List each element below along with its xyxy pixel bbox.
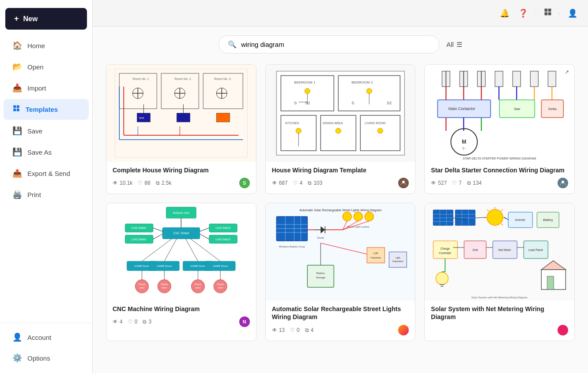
svg-text:Transistor: Transistor	[370, 256, 381, 259]
template-title-1: Complete House Wiring Diagram	[113, 166, 250, 174]
sidebar-item-import[interactable]: 📥 Import	[4, 78, 89, 98]
save-icon: 💾	[12, 126, 22, 136]
svg-text:Solar System with Net Metering: Solar System with Net Metering Wiring Di…	[471, 296, 528, 299]
filter-button[interactable]: All ☰	[446, 41, 462, 49]
template-card-3[interactable]: Main Contactor Star Delta M 3~	[424, 64, 575, 194]
apps-grid-icon[interactable]	[542, 6, 554, 20]
notification-icon[interactable]: 🔔	[498, 7, 511, 20]
sidebar-item-options[interactable]: ⚙️ Options	[4, 348, 89, 368]
template-title-6: Solar System with Net Metering Wiring Di…	[431, 305, 568, 321]
filter-icon: ☰	[456, 41, 462, 49]
template-card-6[interactable]: Inverter Battery Charge Controller Grid …	[424, 203, 575, 341]
template-title-2: House Wiring Diagram Template	[272, 166, 409, 174]
main-area: 🔔 ❓ · · 👤 🔍 All ☰	[93, 0, 588, 373]
sidebar-item-templates[interactable]: Templates	[4, 99, 89, 120]
svg-rect-31	[177, 113, 190, 122]
svg-rect-2	[13, 109, 16, 111]
template-info-4: CNC Machine Wiring Diagram 👁 4 ♡ 0 ⧉ 3 N	[106, 301, 256, 332]
template-thumb-2: BEDROOM 1 BEDROOM 2 KITCHEN DINING AREA …	[266, 65, 415, 162]
template-info-3: Star Delta Starter Connection Wiring Dia…	[425, 162, 574, 194]
template-thumb-5: Automatic Solar Rechargeable Street Ligh…	[266, 203, 415, 301]
svg-text:3~: 3~	[463, 147, 466, 150]
svg-point-135	[191, 280, 204, 293]
new-label: New	[23, 15, 38, 23]
user-avatar-icon[interactable]: 👤	[566, 7, 579, 20]
new-button[interactable]: + New	[5, 8, 87, 30]
sidebar-item-home[interactable]: 🏠 Home	[4, 35, 89, 56]
svg-text:Automatic Solar Rechargeable S: Automatic Solar Rechargeable Street Ligh…	[299, 209, 382, 212]
sidebar-item-print-label: Print	[27, 191, 41, 198]
sidebar-item-import-label: Import	[27, 84, 46, 92]
template-thumb-4: Arduino Uno CNC Shield Limit Switch Limi…	[106, 203, 256, 301]
likes-1: ♡ 88	[138, 180, 150, 186]
divider: ·	[535, 10, 537, 17]
views-1: 👁 10.1k	[113, 180, 132, 186]
sidebar-item-print[interactable]: 🖨️ Print	[4, 184, 89, 205]
sidebar-item-save-label: Save	[27, 127, 42, 135]
svg-text:motor: motor	[195, 287, 200, 289]
search-input[interactable]	[241, 41, 430, 48]
avatar-1: S	[239, 178, 250, 188]
svg-text:Room No. 2: Room No. 2	[174, 77, 191, 80]
sidebar-item-export[interactable]: 📤 Export & Send	[4, 163, 89, 183]
avatar-6	[558, 325, 568, 335]
likes-3: ♡ 7	[452, 180, 462, 186]
sidebar-item-options-label: Options	[27, 354, 50, 362]
svg-rect-73	[548, 71, 556, 87]
template-thumb-1: Room No. 1 Room No. 2 Room No. 3	[106, 65, 256, 162]
sidebar-item-open[interactable]: 📂 Open	[4, 57, 89, 77]
avatar-4: N	[239, 316, 250, 327]
template-card-1[interactable]: Room No. 1 Room No. 2 Room No. 3	[106, 64, 256, 194]
svg-text:motor: motor	[139, 287, 145, 289]
expand-icon-3[interactable]: ↗	[563, 68, 571, 76]
options-icon: ⚙️	[12, 353, 22, 363]
filter-label: All	[446, 41, 454, 48]
sidebar-item-templates-label: Templates	[26, 106, 58, 113]
svg-text:Controller: Controller	[439, 251, 452, 255]
likes-5: ♡ 0	[290, 327, 300, 333]
svg-text:motor: motor	[218, 287, 223, 289]
svg-point-210	[436, 272, 449, 285]
template-card-4[interactable]: Arduino Uno CNC Shield Limit Switch Limi…	[106, 203, 256, 341]
sidebar-item-save[interactable]: 💾 Save	[4, 121, 89, 141]
svg-text:Arduino Uno: Arduino Uno	[173, 211, 190, 214]
avatar-2	[398, 178, 409, 188]
help-icon[interactable]: ❓	[516, 7, 530, 20]
views-4: 👁 4	[113, 319, 123, 325]
svg-text:Light: Light	[396, 256, 400, 259]
svg-text:Limit Switch: Limit Switch	[132, 227, 147, 230]
svg-point-57	[377, 128, 383, 133]
template-card-2[interactable]: BEDROOM 1 BEDROOM 2 KITCHEN DINING AREA …	[265, 64, 416, 194]
template-info-2: House Wiring Diagram Template 👁 687 ♡ 4 …	[266, 162, 415, 194]
svg-point-56	[335, 128, 341, 133]
template-card-5[interactable]: Automatic Solar Rechargeable Street Ligh…	[265, 203, 416, 341]
svg-rect-1	[17, 105, 19, 108]
search-bar[interactable]: 🔍	[219, 35, 439, 53]
svg-text:Storage: Storage	[316, 276, 325, 279]
template-meta-1: 👁 10.1k ♡ 88 ⧉ 2.5k S	[113, 178, 250, 188]
likes-2: ♡ 4	[293, 180, 303, 186]
svg-text:BEDROOM 1: BEDROOM 1	[294, 80, 316, 84]
svg-point-54	[366, 88, 372, 94]
svg-rect-182	[456, 210, 475, 225]
sidebar-item-account-label: Account	[27, 334, 51, 341]
svg-text:Street Light Lamps: Street Light Lamps	[347, 225, 369, 228]
sidebar-item-home-label: Home	[27, 42, 45, 49]
open-icon: 📂	[12, 62, 22, 72]
import-icon: 📥	[12, 83, 22, 93]
svg-text:Stepper: Stepper	[161, 283, 168, 285]
svg-point-155	[343, 212, 351, 221]
svg-text:Wireless Battery Array: Wireless Battery Array	[279, 245, 305, 248]
copies-5: ⧉ 4	[305, 327, 314, 333]
sidebar-item-account[interactable]: 👤 Account	[4, 327, 89, 347]
sidebar-item-save-as[interactable]: 💾 Save As	[4, 142, 89, 162]
print-icon: 🖨️	[12, 190, 22, 199]
svg-point-156	[354, 212, 362, 221]
svg-text:S2: S2	[387, 101, 392, 105]
svg-rect-167	[367, 247, 384, 263]
svg-text:A4988 Driver: A4988 Driver	[190, 265, 206, 267]
svg-text:STAR DELTA STARTER POWER WIRIN: STAR DELTA STARTER POWER WIRING DIAGRAM	[463, 157, 536, 160]
svg-text:Limit Switch: Limit Switch	[215, 238, 230, 241]
account-icon: 👤	[12, 332, 22, 342]
divider2: ·	[559, 10, 561, 17]
